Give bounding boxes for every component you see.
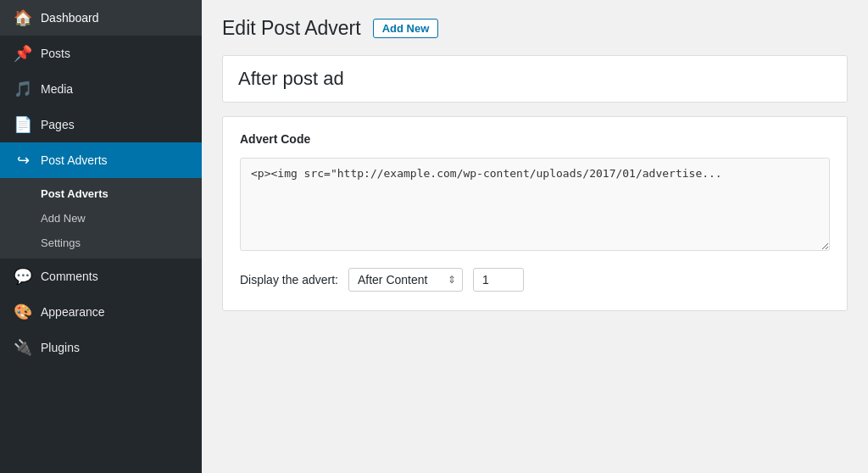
media-icon: 🎵: [14, 80, 32, 98]
display-select[interactable]: After Content Before Content After Title: [348, 268, 463, 292]
sidebar-item-label: Posts: [41, 47, 70, 60]
plugins-icon: 🔌: [14, 338, 32, 357]
post-title-input[interactable]: [238, 68, 832, 90]
sidebar-item-media[interactable]: 🎵 Media: [0, 71, 202, 107]
sidebar-item-post-adverts[interactable]: ↪ Post Adverts: [0, 142, 202, 178]
page-header: Edit Post Advert Add New: [222, 17, 848, 40]
sidebar-item-dashboard[interactable]: 🏠 Dashboard: [0, 0, 202, 36]
sidebar-item-label: Media: [41, 82, 73, 96]
advert-code-card: Advert Code <p><img src="http://example.…: [222, 116, 848, 311]
pages-icon: 📄: [14, 115, 32, 134]
display-select-wrapper: After Content Before Content After Title: [348, 268, 463, 292]
post-title-card: [222, 55, 848, 103]
dashboard-icon: 🏠: [14, 8, 32, 27]
sidebar-submenu-post-adverts: Post Adverts Add New Settings: [0, 178, 202, 259]
sidebar: 🏠 Dashboard 📌 Posts 🎵 Media 📄 Pages ↪ Po…: [0, 0, 202, 473]
sidebar-item-comments[interactable]: 💬 Comments: [0, 259, 202, 294]
sidebar-item-appearance[interactable]: 🎨 Appearance: [0, 294, 202, 330]
sidebar-submenu-item-add-new[interactable]: Add New: [0, 206, 202, 231]
sidebar-item-label: Post Adverts: [41, 153, 108, 167]
page-title: Edit Post Advert: [222, 17, 361, 40]
sidebar-item-posts[interactable]: 📌 Posts: [0, 36, 202, 71]
sidebar-item-label: Dashboard: [41, 11, 99, 25]
sidebar-item-plugins[interactable]: 🔌 Plugins: [0, 330, 202, 365]
sidebar-item-pages[interactable]: 📄 Pages: [0, 107, 202, 142]
add-new-button[interactable]: Add New: [373, 19, 439, 38]
sidebar-item-label: Pages: [41, 118, 75, 131]
sidebar-submenu-item-post-adverts[interactable]: Post Adverts: [0, 181, 202, 206]
appearance-icon: 🎨: [14, 303, 32, 321]
sidebar-item-label: Plugins: [41, 341, 80, 354]
display-row: Display the advert: After Content Before…: [240, 268, 830, 292]
sidebar-submenu-item-settings[interactable]: Settings: [0, 231, 202, 255]
post-adverts-icon: ↪: [14, 151, 32, 170]
advert-code-title: Advert Code: [240, 132, 830, 146]
comments-icon: 💬: [14, 267, 32, 286]
main-content: Edit Post Advert Add New Advert Code <p>…: [202, 0, 868, 473]
sidebar-item-label: Appearance: [41, 305, 105, 319]
posts-icon: 📌: [14, 44, 32, 63]
advert-code-textarea[interactable]: <p><img src="http://example.com/wp-conte…: [240, 158, 830, 251]
display-label: Display the advert:: [240, 273, 338, 287]
sidebar-item-label: Comments: [41, 270, 98, 283]
display-number-input[interactable]: [473, 268, 524, 292]
